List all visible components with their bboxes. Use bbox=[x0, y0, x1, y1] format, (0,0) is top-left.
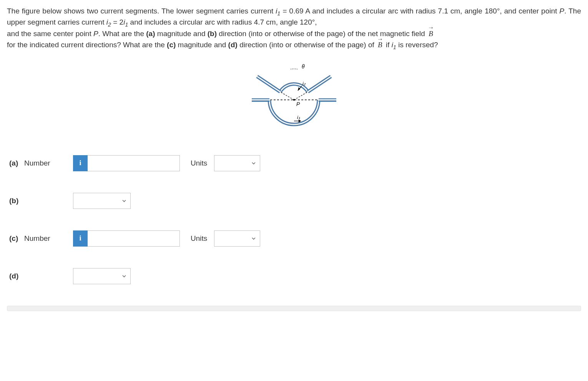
text: if bbox=[384, 41, 392, 49]
chevron-down-icon bbox=[122, 274, 126, 278]
text: direction (into or otherwise of the page… bbox=[217, 30, 427, 38]
var-i1b: i1 bbox=[123, 18, 128, 26]
text: = 0.69 A and includes a circular arc wit… bbox=[280, 7, 559, 15]
text: direction (into or otherwise of the page… bbox=[238, 41, 376, 49]
answer-section: (a) Number i Units (b) (c) Number bbox=[7, 155, 581, 284]
units-label: Units bbox=[191, 157, 207, 169]
row-label-d: (d) bbox=[9, 270, 66, 282]
direction-select-b[interactable] bbox=[73, 193, 131, 209]
units-label: Units bbox=[191, 233, 207, 244]
direction-select-d[interactable] bbox=[73, 268, 131, 284]
text: magnitude and bbox=[155, 30, 208, 38]
info-icon[interactable]: i bbox=[73, 230, 88, 247]
var-i1: i1 bbox=[276, 7, 280, 15]
text: is reversed? bbox=[396, 41, 438, 49]
answer-row-c: (c) Number i Units bbox=[7, 230, 581, 247]
svg-point-15 bbox=[293, 99, 295, 101]
chevron-down-icon bbox=[251, 236, 256, 241]
chevron-down-icon bbox=[122, 199, 126, 203]
vector-B: →B bbox=[376, 39, 384, 50]
chevron-down-icon bbox=[251, 161, 256, 166]
text: and the same center point bbox=[7, 30, 93, 38]
svg-text:i₁: i₁ bbox=[297, 114, 300, 120]
vector-B: →B bbox=[427, 28, 435, 39]
var-P: P bbox=[560, 7, 565, 15]
svg-line-9 bbox=[280, 92, 294, 100]
svg-text:i₂: i₂ bbox=[302, 81, 306, 86]
number-input-c[interactable] bbox=[88, 230, 180, 247]
part-c-label: (c) bbox=[167, 41, 176, 49]
text: and includes a circular arc with radius … bbox=[128, 18, 317, 26]
svg-line-10 bbox=[294, 92, 308, 100]
units-select-c[interactable] bbox=[214, 230, 260, 247]
answer-row-d: (d) bbox=[7, 268, 581, 284]
row-label-c: (c) Number bbox=[9, 233, 66, 244]
number-input-a[interactable] bbox=[88, 155, 180, 171]
units-select-a[interactable] bbox=[214, 155, 260, 171]
svg-rect-2 bbox=[252, 99, 269, 100]
text: = 2 bbox=[111, 18, 123, 26]
question-text: The figure below shows two current segme… bbox=[7, 5, 581, 51]
row-label-b: (b) bbox=[9, 195, 66, 206]
svg-rect-4 bbox=[319, 99, 336, 100]
answer-row-a: (a) Number i Units bbox=[7, 155, 581, 171]
row-label-a: (a) Number bbox=[9, 157, 66, 169]
bottom-toolbar bbox=[7, 306, 581, 311]
figure-diagram: θ i₂ P i₁ bbox=[7, 61, 581, 141]
var-i1c: i1 bbox=[392, 41, 396, 49]
var-P: P bbox=[93, 30, 98, 38]
text: . What are the bbox=[98, 30, 146, 38]
svg-line-8 bbox=[308, 76, 331, 92]
svg-text:P: P bbox=[296, 101, 300, 107]
svg-line-6 bbox=[257, 76, 280, 92]
svg-marker-13 bbox=[298, 87, 300, 91]
part-d-label: (d) bbox=[228, 41, 238, 49]
text: The figure below shows two current segme… bbox=[7, 7, 276, 15]
part-b-label: (b) bbox=[208, 30, 217, 38]
part-a-label: (a) bbox=[146, 30, 155, 38]
info-icon[interactable]: i bbox=[73, 155, 88, 171]
svg-text:θ: θ bbox=[302, 63, 305, 70]
number-input-wrap-a: i bbox=[73, 155, 180, 171]
answer-row-b: (b) bbox=[7, 193, 581, 209]
number-input-wrap-c: i bbox=[73, 230, 180, 247]
text: for the indicated current directions? Wh… bbox=[7, 41, 167, 49]
var-i2: i2 bbox=[106, 18, 111, 26]
text: magnitude and bbox=[176, 41, 228, 49]
